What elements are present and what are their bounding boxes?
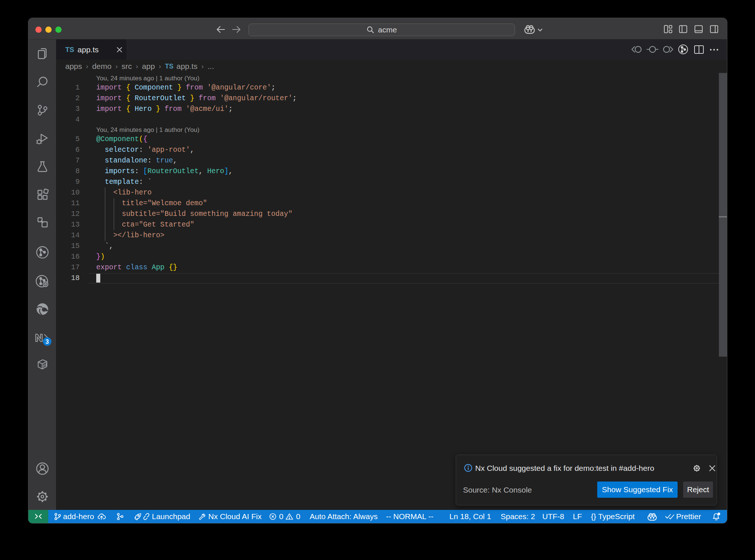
svg-text:3: 3 [46,339,49,345]
